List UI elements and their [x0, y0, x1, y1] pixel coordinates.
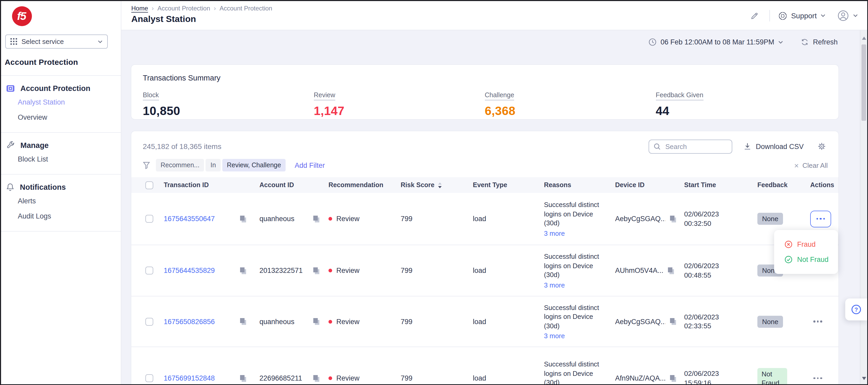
stat-label: Feedback Given [656, 92, 703, 100]
copy-icon[interactable] [313, 375, 320, 382]
filter-bar: Recommen... In Review, Challenge Add Fil… [143, 158, 828, 172]
event-type-cell: load [473, 374, 544, 382]
recommendation-value: Review [336, 318, 360, 325]
copy-icon[interactable] [313, 215, 320, 222]
row-actions-button[interactable] [810, 211, 831, 227]
table-row: 1675644535829 20132322571 Review 799 loa… [131, 245, 838, 296]
event-type-cell: load [473, 266, 544, 275]
top-header: Home › Account Protection › Account Prot… [121, 1, 867, 30]
transaction-id-cell: 1675643550647 [164, 215, 259, 223]
row-actions-button[interactable] [810, 372, 825, 384]
user-menu[interactable] [837, 9, 858, 22]
select-all-checkbox[interactable] [146, 181, 153, 189]
copy-icon[interactable] [670, 318, 677, 325]
filter-field-chip[interactable]: Recommen... [156, 159, 204, 171]
copy-icon[interactable] [668, 267, 675, 274]
nav-group-manage[interactable]: Manage [1, 139, 121, 152]
nav-group-notifications[interactable]: Notifications [1, 181, 121, 193]
menu-item-not-fraud[interactable]: Not Fraud [774, 252, 838, 267]
copy-icon[interactable] [313, 267, 320, 274]
f5-logo[interactable]: f5 [12, 6, 32, 26]
filter-operator-chip[interactable]: In [206, 159, 221, 171]
copy-icon[interactable] [240, 215, 247, 222]
sidebar-item-audit-logs[interactable]: Audit Logs [1, 208, 121, 224]
add-filter-link[interactable]: Add Filter [295, 161, 325, 169]
download-csv-button[interactable]: Download CSV [744, 142, 804, 150]
actions-cell [810, 316, 837, 328]
help-button[interactable]: ? [845, 298, 867, 320]
gear-icon[interactable] [815, 140, 828, 153]
copy-icon[interactable] [240, 318, 247, 325]
feedback-badge: Not Fraud [757, 368, 787, 384]
col-risk-score-label: Risk Score [401, 182, 434, 189]
recommendation-cell: Review [329, 374, 401, 382]
more-reasons-link[interactable]: 3 more [544, 229, 565, 237]
filter-value-chip[interactable]: Review, Challenge [222, 159, 286, 171]
device-id-cell: AebyCgSGAQ... [615, 318, 684, 325]
menu-item-fraud[interactable]: Fraud [774, 237, 838, 252]
row-checkbox[interactable] [146, 374, 153, 382]
sidebar-item-block-list[interactable]: Block List [1, 152, 121, 167]
date-range-value[interactable]: 06 Feb 12:00AM to 08 Mar 11:59PM [661, 38, 774, 46]
scroll-down-icon[interactable] [862, 377, 866, 380]
copy-icon[interactable] [240, 267, 247, 274]
refresh-icon [801, 38, 809, 46]
scroll-up-icon[interactable] [862, 37, 866, 40]
risk-score-cell: 799 [401, 318, 473, 325]
transaction-id-link[interactable]: 1675699152848 [164, 374, 215, 382]
select-all-checkbox-cell [143, 181, 164, 189]
col-event-type: Event Type [473, 182, 544, 189]
vertical-scrollbar[interactable] [860, 30, 867, 384]
stat-label: Review [314, 92, 335, 100]
start-date: 02/06/2023 [684, 370, 719, 377]
search-input[interactable] [664, 142, 727, 151]
more-reasons-link[interactable]: 3 more [544, 281, 565, 289]
nav-group-account-protection[interactable]: Account Protection [1, 82, 121, 95]
transaction-id-link[interactable]: 1675643550647 [164, 215, 215, 223]
table-row: 1675643550647 quanheous Review 799 load … [131, 193, 838, 245]
clear-all-button[interactable]: × Clear All [794, 161, 828, 169]
account-id-value: 22696685211 [259, 374, 302, 382]
copy-icon[interactable] [670, 215, 677, 222]
copy-icon[interactable] [240, 375, 247, 382]
stat-value: 10,850 [143, 104, 314, 118]
support-menu[interactable]: Support [779, 11, 825, 20]
refresh-button[interactable]: Refresh [801, 38, 838, 46]
sort-icon[interactable] [437, 182, 442, 188]
feedback-badge: None [757, 213, 783, 225]
review-dot [329, 376, 332, 380]
more-reasons-link[interactable]: 3 more [544, 332, 565, 340]
reason-text: Successful distinct logins on Device (30… [544, 304, 599, 330]
transaction-id-link[interactable]: 1675650826856 [164, 318, 215, 325]
stat-value: 1,147 [314, 104, 485, 118]
f5-logo-text: f5 [17, 10, 26, 23]
device-id-value: AUhmO5V4A... [615, 266, 663, 275]
stat-value: 6,368 [485, 104, 656, 118]
sidebar-item-analyst-station[interactable]: Analyst Station [1, 95, 121, 110]
row-checkbox[interactable] [146, 318, 153, 325]
account-id-value: quanheous [259, 318, 294, 325]
row-checkbox-cell [143, 215, 164, 223]
pencil-icon[interactable] [748, 9, 761, 22]
reason-text: Successful distinct logins on Device (30… [544, 201, 599, 227]
toolbar-controls: Download CSV [649, 139, 828, 153]
copy-icon[interactable] [313, 318, 320, 325]
scrollbar-thumb[interactable] [861, 44, 866, 121]
transaction-id-link[interactable]: 1675644535829 [164, 266, 215, 275]
row-checkbox[interactable] [146, 215, 153, 223]
row-actions-button[interactable] [810, 316, 825, 328]
download-csv-label: Download CSV [756, 142, 804, 150]
support-label: Support [791, 11, 817, 20]
service-selector[interactable]: Select service [5, 34, 108, 49]
clear-all-label: Clear All [802, 161, 828, 169]
sidebar-item-alerts[interactable]: Alerts [1, 193, 121, 208]
feedback-cell: None [757, 213, 810, 225]
sidebar-item-overview[interactable]: Overview [1, 110, 121, 125]
row-checkbox[interactable] [146, 266, 153, 275]
header-divider [770, 10, 770, 22]
col-risk-score[interactable]: Risk Score [401, 182, 473, 189]
breadcrumb-separator: › [214, 5, 216, 12]
breadcrumb-home[interactable]: Home [131, 5, 148, 12]
breadcrumb-account-protection[interactable]: Account Protection [157, 5, 210, 12]
copy-icon[interactable] [670, 375, 677, 382]
